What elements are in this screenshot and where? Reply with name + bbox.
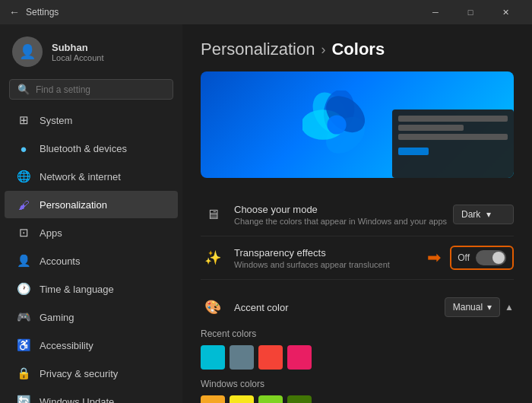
mode-dropdown[interactable]: Dark ▾ bbox=[453, 205, 514, 224]
accent-header: 🎨 Accent color Manual ▾ ▲ bbox=[201, 286, 514, 325]
windows-swatch-4[interactable] bbox=[287, 395, 312, 403]
accessibility-icon: ♿ bbox=[17, 338, 30, 352]
sidebar-item-label: Bluetooth & devices bbox=[40, 143, 127, 154]
user-info: Subhan Local Account bbox=[52, 42, 104, 62]
setting-text: Transparency effects Windows and surface… bbox=[234, 247, 390, 269]
sidebar-item-label: System bbox=[40, 115, 72, 126]
windows-swatch-2[interactable] bbox=[230, 395, 254, 403]
accent-title: Accent color bbox=[234, 302, 289, 313]
color-swatch-3[interactable] bbox=[258, 345, 283, 370]
transparency-desc: Windows and surfaces appear translucent bbox=[234, 260, 390, 269]
color-swatch-2[interactable] bbox=[230, 345, 254, 370]
accent-dropdown[interactable]: Manual ▾ bbox=[445, 297, 500, 317]
sidebar-item-privacy[interactable]: 🔒 Privacy & security bbox=[5, 360, 178, 387]
transparency-toggle[interactable] bbox=[476, 250, 506, 265]
user-name: Subhan bbox=[52, 42, 104, 53]
sidebar-item-label: Network & internet bbox=[40, 171, 121, 182]
recent-colors-label: Recent colors bbox=[201, 328, 514, 339]
setting-text: Choose your mode Change the colors that … bbox=[234, 204, 447, 226]
sidebar-item-label: Gaming bbox=[40, 312, 74, 323]
preview-line-1 bbox=[398, 116, 508, 122]
toggle-knob bbox=[492, 252, 505, 264]
color-swatch-4[interactable] bbox=[287, 345, 312, 370]
sidebar: 👤 Subhan Local Account 🔍 ⊞ System ● Blue… bbox=[0, 24, 182, 403]
mode-desc: Change the colors that appear in Windows… bbox=[234, 217, 447, 226]
windows-color-swatches bbox=[201, 395, 514, 403]
sidebar-item-gaming[interactable]: 🎮 Gaming bbox=[5, 303, 178, 331]
sidebar-item-system[interactable]: ⊞ System bbox=[5, 106, 178, 134]
wallpaper-flower bbox=[302, 90, 371, 159]
titlebar: ← Settings ─ □ ✕ bbox=[0, 0, 532, 24]
sidebar-item-update[interactable]: 🔄 Windows Update bbox=[5, 388, 178, 403]
sidebar-item-label: Time & language bbox=[40, 284, 114, 295]
titlebar-left: ← Settings bbox=[9, 6, 59, 18]
sidebar-item-apps[interactable]: ⊡ Apps bbox=[5, 219, 178, 246]
breadcrumb-current: Colors bbox=[331, 40, 385, 59]
content-area: Personalization › Colors bbox=[182, 24, 532, 403]
sidebar-item-time[interactable]: 🕐 Time & language bbox=[5, 275, 178, 303]
toggle-label: Off bbox=[458, 252, 470, 263]
sidebar-item-bluetooth[interactable]: ● Bluetooth & devices bbox=[5, 135, 178, 162]
maximize-button[interactable]: □ bbox=[453, 0, 488, 24]
update-icon: 🔄 bbox=[17, 395, 30, 403]
windows-colors-section: Windows colors bbox=[201, 379, 514, 403]
accent-icon: 🎨 bbox=[201, 295, 225, 319]
windows-swatch-3[interactable] bbox=[258, 395, 283, 403]
chevron-up-icon[interactable]: ▲ bbox=[505, 302, 514, 313]
toggle-container[interactable]: Off bbox=[450, 246, 514, 270]
sidebar-item-label: Windows Update bbox=[40, 396, 114, 404]
transparency-control: ➡ Off bbox=[427, 246, 514, 270]
personalization-icon: 🖌 bbox=[17, 198, 30, 211]
titlebar-controls: ─ □ ✕ bbox=[418, 0, 523, 24]
search-box[interactable]: 🔍 bbox=[9, 79, 173, 100]
color-swatch-1[interactable] bbox=[201, 345, 225, 370]
breadcrumb-chevron: › bbox=[321, 42, 325, 58]
transparency-icon: ✨ bbox=[201, 246, 225, 270]
search-input[interactable] bbox=[36, 84, 165, 95]
preview-line-3 bbox=[398, 134, 508, 140]
mode-setting-row: 🖥 Choose your mode Change the colors tha… bbox=[201, 193, 514, 236]
preview-area bbox=[201, 71, 514, 178]
user-section: 👤 Subhan Local Account bbox=[0, 24, 182, 76]
user-role: Local Account bbox=[52, 53, 104, 62]
preview-window bbox=[392, 109, 514, 178]
chevron-down-icon: ▾ bbox=[486, 209, 491, 220]
breadcrumb-parent: Personalization bbox=[201, 40, 315, 59]
page-header: Personalization › Colors bbox=[201, 40, 514, 59]
arrow-icon: ➡ bbox=[427, 248, 441, 268]
sidebar-item-label: Apps bbox=[40, 227, 62, 239]
mode-title: Choose your mode bbox=[234, 204, 447, 215]
accent-left: 🎨 Accent color bbox=[201, 295, 289, 319]
back-icon[interactable]: ← bbox=[9, 6, 20, 18]
close-button[interactable]: ✕ bbox=[488, 0, 523, 24]
time-icon: 🕐 bbox=[17, 282, 30, 296]
system-icon: ⊞ bbox=[17, 113, 30, 127]
recent-colors-section: Recent colors bbox=[201, 328, 514, 370]
preview-wallpaper bbox=[201, 71, 514, 178]
transparency-title: Transparency effects bbox=[234, 247, 390, 259]
preview-btn bbox=[398, 148, 429, 155]
accent-dropdown-value: Manual bbox=[453, 302, 483, 313]
mode-dropdown-value: Dark bbox=[461, 209, 480, 220]
search-icon: 🔍 bbox=[17, 84, 30, 95]
bluetooth-icon: ● bbox=[17, 141, 30, 155]
preview-btn-row bbox=[398, 148, 508, 155]
windows-colors-label: Windows colors bbox=[201, 379, 514, 389]
sidebar-item-personalization[interactable]: 🖌 Personalization bbox=[5, 191, 178, 218]
minimize-button[interactable]: ─ bbox=[418, 0, 453, 24]
mode-icon: 🖥 bbox=[201, 202, 225, 227]
sidebar-item-label: Personalization bbox=[40, 199, 107, 211]
chevron-down-icon: ▾ bbox=[487, 302, 492, 313]
sidebar-item-network[interactable]: 🌐 Network & internet bbox=[5, 163, 178, 190]
windows-swatch-1[interactable] bbox=[201, 395, 225, 403]
transparency-setting-row: ✨ Transparency effects Windows and surfa… bbox=[201, 236, 514, 280]
accent-section: 🎨 Accent color Manual ▾ ▲ Recent colors bbox=[201, 286, 514, 403]
app-body: 👤 Subhan Local Account 🔍 ⊞ System ● Blue… bbox=[0, 24, 532, 403]
sidebar-item-accessibility[interactable]: ♿ Accessibility bbox=[5, 332, 178, 359]
network-icon: 🌐 bbox=[17, 170, 30, 183]
accent-controls: Manual ▾ ▲ bbox=[445, 297, 514, 317]
recent-color-swatches bbox=[201, 345, 514, 370]
nav-list: ⊞ System ● Bluetooth & devices 🌐 Network… bbox=[0, 106, 182, 403]
accounts-icon: 👤 bbox=[17, 254, 30, 268]
sidebar-item-accounts[interactable]: 👤 Accounts bbox=[5, 247, 178, 274]
